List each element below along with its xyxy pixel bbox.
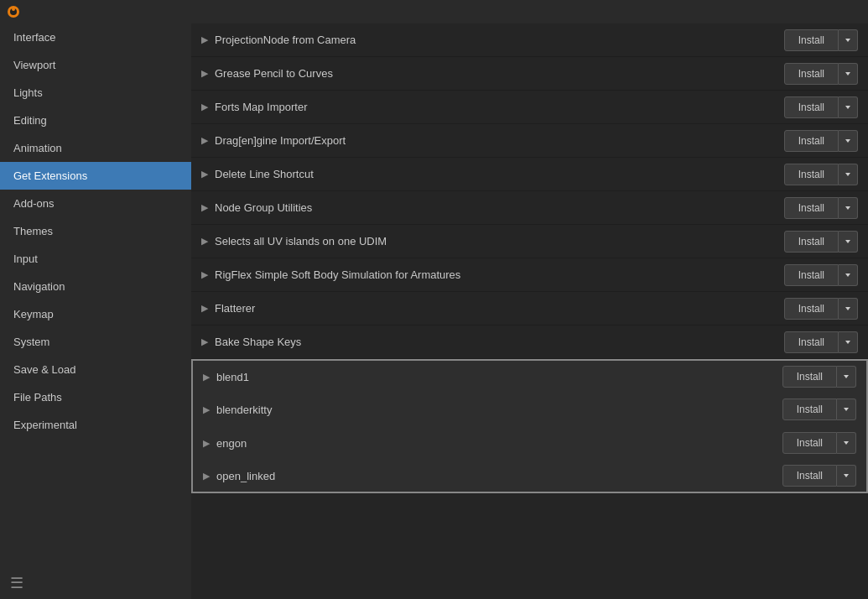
install-dropdown-flatterer[interactable]: [839, 298, 858, 320]
ext-name-node-group: Node Group Utilities: [215, 201, 784, 214]
expand-chevron-rigflex[interactable]: ▶: [201, 269, 208, 280]
install-button-dragengine[interactable]: Install: [784, 130, 839, 152]
ext-name-blenderkitty: blenderkitty: [216, 404, 782, 416]
maximize-button[interactable]: [811, 3, 834, 20]
install-button-bake-shape[interactable]: Install: [784, 331, 839, 353]
install-dropdown-node-group[interactable]: [839, 197, 858, 219]
install-btn-group-delete-line: Install: [784, 164, 858, 185]
install-dropdown-dragengine[interactable]: [839, 130, 858, 152]
sidebar-item-lights[interactable]: Lights: [0, 79, 191, 107]
sidebar-item-animation[interactable]: Animation: [0, 134, 191, 162]
install-button-projection-node[interactable]: Install: [784, 29, 839, 51]
sidebar-item-input[interactable]: Input: [0, 245, 191, 273]
sidebar: InterfaceViewportLightsEditingAnimationG…: [0, 23, 191, 599]
svg-marker-8: [845, 206, 850, 210]
install-button-blend1[interactable]: Install: [782, 366, 837, 388]
expand-chevron-flatterer[interactable]: ▶: [201, 303, 208, 314]
menu-icon[interactable]: ☰: [10, 574, 23, 592]
sidebar-item-themes[interactable]: Themes: [0, 217, 191, 245]
install-button-selects-uv[interactable]: Install: [784, 231, 839, 253]
install-dropdown-engon[interactable]: [837, 432, 856, 454]
app-icon: [7, 5, 20, 18]
install-button-rigflex[interactable]: Install: [784, 264, 839, 286]
expand-chevron-projection-node[interactable]: ▶: [201, 34, 208, 45]
ext-name-blend1: blend1: [216, 371, 782, 383]
ext-item-grease-pencil: ▶ Grease Pencil to Curves Install: [191, 57, 868, 91]
install-btn-group-rigflex: Install: [784, 264, 858, 286]
expand-chevron-grease-pencil[interactable]: ▶: [201, 68, 208, 79]
ext-item-flatterer: ▶ Flatterer Install: [191, 292, 868, 326]
expand-chevron-delete-line[interactable]: ▶: [201, 169, 208, 180]
install-btn-group-blend1: Install: [782, 366, 856, 388]
install-dropdown-rigflex[interactable]: [839, 264, 858, 286]
svg-marker-5: [845, 106, 850, 109]
install-dropdown-selects-uv[interactable]: [839, 231, 858, 253]
sidebar-item-navigation[interactable]: Navigation: [0, 273, 191, 300]
install-dropdown-bake-shape[interactable]: [839, 331, 858, 353]
install-button-forts-map[interactable]: Install: [784, 96, 839, 118]
install-button-open-linked[interactable]: Install: [782, 465, 837, 487]
install-button-grease-pencil[interactable]: Install: [784, 63, 839, 85]
sidebar-item-editing[interactable]: Editing: [0, 107, 191, 134]
install-btn-group-engon: Install: [782, 432, 856, 454]
sidebar-item-get-extensions[interactable]: Get Extensions: [0, 162, 191, 190]
close-button[interactable]: [838, 3, 861, 20]
svg-marker-9: [845, 240, 850, 243]
expand-chevron-bake-shape[interactable]: ▶: [201, 336, 208, 347]
minimize-button[interactable]: [784, 3, 808, 20]
expand-chevron-forts-map[interactable]: ▶: [201, 102, 208, 112]
ext-name-grease-pencil: Grease Pencil to Curves: [215, 67, 784, 80]
svg-point-2: [12, 8, 15, 11]
sidebar-item-interface[interactable]: Interface: [0, 23, 191, 51]
sidebar-item-file-paths[interactable]: File Paths: [0, 383, 191, 411]
expand-chevron-blenderkitty[interactable]: ▶: [203, 404, 210, 415]
install-btn-group-open-linked: Install: [782, 465, 856, 487]
sidebar-item-experimental[interactable]: Experimental: [0, 411, 191, 439]
expand-chevron-node-group[interactable]: ▶: [201, 202, 208, 213]
install-dropdown-blend1[interactable]: [837, 366, 856, 388]
sidebar-item-viewport[interactable]: Viewport: [0, 51, 191, 79]
expand-chevron-open-linked[interactable]: ▶: [203, 471, 210, 482]
install-dropdown-delete-line[interactable]: [839, 164, 858, 185]
ext-name-bake-shape: Bake Shape Keys: [215, 336, 784, 348]
install-dropdown-projection-node[interactable]: [839, 29, 858, 51]
svg-marker-15: [844, 441, 849, 445]
svg-marker-12: [845, 341, 850, 344]
install-btn-group-grease-pencil: Install: [784, 63, 858, 85]
install-dropdown-blenderkitty[interactable]: [837, 398, 856, 420]
titlebar: [0, 0, 868, 23]
install-btn-group-selects-uv: Install: [784, 231, 858, 253]
sidebar-item-keymap[interactable]: Keymap: [0, 300, 191, 328]
expand-chevron-selects-uv[interactable]: ▶: [201, 236, 208, 247]
install-dropdown-forts-map[interactable]: [839, 96, 858, 118]
install-dropdown-grease-pencil[interactable]: [839, 63, 858, 85]
install-button-node-group[interactable]: Install: [784, 197, 839, 219]
sidebar-item-system[interactable]: System: [0, 328, 191, 356]
install-btn-group-node-group: Install: [784, 197, 858, 219]
ext-name-rigflex: RigFlex Simple Soft Body Simulation for …: [215, 268, 784, 281]
install-dropdown-open-linked[interactable]: [837, 465, 856, 487]
svg-marker-6: [845, 139, 850, 143]
install-button-flatterer[interactable]: Install: [784, 298, 839, 320]
install-btn-group-bake-shape: Install: [784, 331, 858, 353]
ext-item-blend1: ▶ blend1 Install: [191, 359, 868, 393]
ext-name-dragengine: Drag[en]gine Import/Export: [215, 134, 784, 147]
install-button-blenderkitty[interactable]: Install: [782, 398, 837, 420]
expand-chevron-engon[interactable]: ▶: [203, 438, 210, 449]
install-btn-group-flatterer: Install: [784, 298, 858, 320]
titlebar-controls: [784, 3, 861, 20]
install-button-engon[interactable]: Install: [782, 432, 837, 454]
ext-item-rigflex: ▶ RigFlex Simple Soft Body Simulation fo…: [191, 258, 868, 292]
svg-marker-14: [844, 408, 849, 411]
svg-marker-10: [845, 273, 850, 277]
sidebar-item-save-load[interactable]: Save & Load: [0, 356, 191, 383]
svg-marker-3: [845, 39, 850, 42]
sidebar-item-add-ons[interactable]: Add-ons: [0, 190, 191, 217]
install-button-delete-line[interactable]: Install: [784, 164, 839, 185]
expand-chevron-blend1[interactable]: ▶: [203, 372, 210, 383]
ext-item-delete-line: ▶ Delete Line Shortcut Install: [191, 158, 868, 191]
expand-chevron-dragengine[interactable]: ▶: [201, 135, 208, 146]
sidebar-footer: ☰: [0, 567, 191, 599]
ext-item-open-linked: ▶ open_linked Install: [191, 460, 868, 493]
ext-name-flatterer: Flatterer: [215, 302, 784, 315]
